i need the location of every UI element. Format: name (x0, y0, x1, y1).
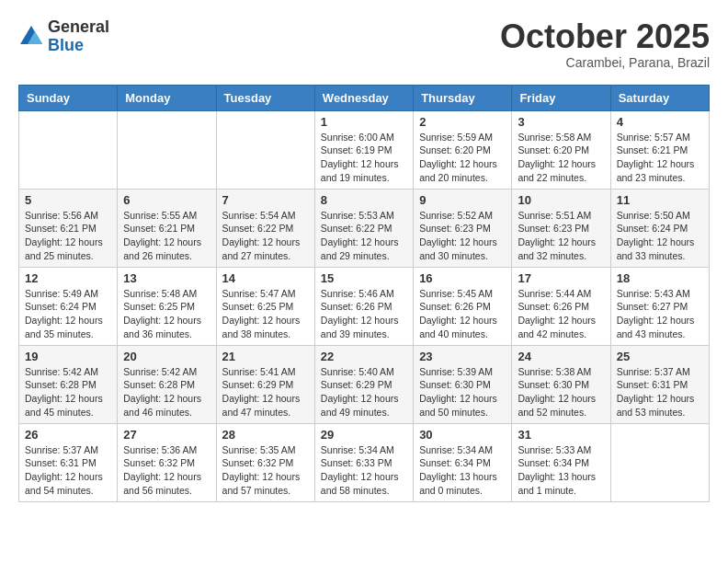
day-number: 24 (518, 350, 604, 363)
calendar-cell: 7Sunrise: 5:54 AM Sunset: 6:22 PM Daylig… (216, 189, 314, 267)
day-info: Sunrise: 5:59 AM Sunset: 6:20 PM Dayligh… (419, 131, 506, 185)
day-info: Sunrise: 5:41 AM Sunset: 6:29 PM Dayligh… (222, 365, 309, 419)
location: Carambei, Parana, Brazil (500, 55, 710, 70)
day-info: Sunrise: 5:54 AM Sunset: 6:22 PM Dayligh… (222, 209, 309, 263)
day-info: Sunrise: 5:40 AM Sunset: 6:29 PM Dayligh… (321, 365, 407, 419)
day-info: Sunrise: 5:51 AM Sunset: 6:23 PM Dayligh… (518, 209, 604, 263)
week-row: 26Sunrise: 5:37 AM Sunset: 6:31 PM Dayli… (19, 423, 710, 501)
day-number: 3 (518, 115, 604, 129)
day-info: Sunrise: 5:34 AM Sunset: 6:33 PM Dayligh… (321, 443, 407, 498)
weekday-header: Monday (118, 85, 216, 110)
weekday-header: Tuesday (216, 85, 314, 110)
day-number: 17 (518, 271, 604, 285)
calendar-cell: 23Sunrise: 5:39 AM Sunset: 6:30 PM Dayli… (414, 345, 512, 423)
week-row: 12Sunrise: 5:49 AM Sunset: 6:24 PM Dayli… (19, 267, 710, 345)
day-number: 13 (123, 271, 210, 285)
weekday-header: Wednesday (314, 85, 413, 110)
day-info: Sunrise: 5:57 AM Sunset: 6:21 PM Dayligh… (617, 131, 703, 185)
calendar-cell: 16Sunrise: 5:45 AM Sunset: 6:26 PM Dayli… (414, 267, 512, 345)
calendar-cell: 1Sunrise: 6:00 AM Sunset: 6:19 PM Daylig… (314, 110, 413, 189)
calendar-cell: 13Sunrise: 5:48 AM Sunset: 6:25 PM Dayli… (118, 267, 216, 345)
day-number: 21 (222, 350, 309, 363)
calendar-cell: 8Sunrise: 5:53 AM Sunset: 6:22 PM Daylig… (314, 189, 413, 267)
day-info: Sunrise: 5:48 AM Sunset: 6:25 PM Dayligh… (123, 287, 210, 341)
day-number: 15 (321, 271, 407, 285)
page-header: General Blue October 2025 Carambei, Para… (18, 18, 710, 70)
day-number: 8 (321, 193, 407, 207)
day-number: 10 (518, 193, 604, 207)
weekday-header: Thursday (414, 85, 512, 110)
day-info: Sunrise: 5:56 AM Sunset: 6:21 PM Dayligh… (25, 209, 111, 263)
day-number: 27 (123, 428, 210, 442)
title-block: October 2025 Carambei, Parana, Brazil (500, 18, 710, 70)
calendar-cell (19, 110, 118, 189)
day-number: 16 (419, 271, 506, 285)
day-number: 6 (123, 193, 210, 207)
logo-blue: Blue (48, 36, 84, 54)
calendar-cell: 9Sunrise: 5:52 AM Sunset: 6:23 PM Daylig… (414, 189, 512, 267)
day-info: Sunrise: 5:58 AM Sunset: 6:20 PM Dayligh… (518, 131, 604, 185)
month-title: October 2025 (500, 18, 710, 55)
weekday-header: Sunday (19, 85, 118, 110)
day-info: Sunrise: 5:36 AM Sunset: 6:32 PM Dayligh… (123, 443, 210, 498)
calendar-cell: 20Sunrise: 5:42 AM Sunset: 6:28 PM Dayli… (118, 345, 216, 423)
day-info: Sunrise: 5:42 AM Sunset: 6:28 PM Dayligh… (123, 365, 210, 419)
week-row: 5Sunrise: 5:56 AM Sunset: 6:21 PM Daylig… (19, 189, 710, 267)
day-number: 26 (25, 428, 111, 442)
day-info: Sunrise: 5:33 AM Sunset: 6:34 PM Dayligh… (518, 443, 604, 498)
day-number: 31 (518, 428, 604, 442)
calendar-cell: 31Sunrise: 5:33 AM Sunset: 6:34 PM Dayli… (512, 423, 610, 501)
day-number: 9 (419, 193, 506, 207)
day-number: 23 (419, 350, 506, 363)
day-info: Sunrise: 5:45 AM Sunset: 6:26 PM Dayligh… (419, 287, 506, 341)
day-info: Sunrise: 5:42 AM Sunset: 6:28 PM Dayligh… (25, 365, 111, 419)
day-number: 22 (321, 350, 407, 363)
weekday-header: Friday (512, 85, 610, 110)
day-number: 1 (321, 115, 407, 129)
day-info: Sunrise: 5:38 AM Sunset: 6:30 PM Dayligh… (518, 365, 604, 419)
calendar-cell: 17Sunrise: 5:44 AM Sunset: 6:26 PM Dayli… (512, 267, 610, 345)
day-info: Sunrise: 5:39 AM Sunset: 6:30 PM Dayligh… (419, 365, 506, 419)
logo: General Blue (18, 18, 109, 55)
day-info: Sunrise: 5:35 AM Sunset: 6:32 PM Dayligh… (222, 443, 309, 498)
day-number: 28 (222, 428, 309, 442)
logo-text: General Blue (48, 18, 109, 55)
day-info: Sunrise: 5:55 AM Sunset: 6:21 PM Dayligh… (123, 209, 210, 263)
calendar-cell: 30Sunrise: 5:34 AM Sunset: 6:34 PM Dayli… (414, 423, 512, 501)
calendar-cell: 4Sunrise: 5:57 AM Sunset: 6:21 PM Daylig… (610, 110, 709, 189)
calendar-cell: 11Sunrise: 5:50 AM Sunset: 6:24 PM Dayli… (610, 189, 709, 267)
day-info: Sunrise: 5:34 AM Sunset: 6:34 PM Dayligh… (419, 443, 506, 498)
calendar-cell (610, 423, 709, 501)
day-number: 18 (617, 271, 703, 285)
calendar-cell: 15Sunrise: 5:46 AM Sunset: 6:26 PM Dayli… (314, 267, 413, 345)
day-info: Sunrise: 5:37 AM Sunset: 6:31 PM Dayligh… (617, 365, 703, 419)
day-number: 14 (222, 271, 309, 285)
calendar-cell: 3Sunrise: 5:58 AM Sunset: 6:20 PM Daylig… (512, 110, 610, 189)
day-number: 20 (123, 350, 210, 363)
calendar-cell: 29Sunrise: 5:34 AM Sunset: 6:33 PM Dayli… (314, 423, 413, 501)
calendar-cell: 14Sunrise: 5:47 AM Sunset: 6:25 PM Dayli… (216, 267, 314, 345)
calendar-cell: 12Sunrise: 5:49 AM Sunset: 6:24 PM Dayli… (19, 267, 118, 345)
calendar-cell: 10Sunrise: 5:51 AM Sunset: 6:23 PM Dayli… (512, 189, 610, 267)
day-info: Sunrise: 5:47 AM Sunset: 6:25 PM Dayligh… (222, 287, 309, 341)
calendar-cell: 6Sunrise: 5:55 AM Sunset: 6:21 PM Daylig… (118, 189, 216, 267)
calendar-table: SundayMondayTuesdayWednesdayThursdayFrid… (18, 85, 710, 502)
calendar-cell: 18Sunrise: 5:43 AM Sunset: 6:27 PM Dayli… (610, 267, 709, 345)
day-info: Sunrise: 5:52 AM Sunset: 6:23 PM Dayligh… (419, 209, 506, 263)
day-number: 5 (25, 193, 111, 207)
calendar-cell: 2Sunrise: 5:59 AM Sunset: 6:20 PM Daylig… (414, 110, 512, 189)
day-info: Sunrise: 5:50 AM Sunset: 6:24 PM Dayligh… (617, 209, 703, 263)
calendar-cell (118, 110, 216, 189)
day-number: 4 (617, 115, 703, 129)
calendar-cell (216, 110, 314, 189)
calendar-cell: 22Sunrise: 5:40 AM Sunset: 6:29 PM Dayli… (314, 345, 413, 423)
calendar-cell: 25Sunrise: 5:37 AM Sunset: 6:31 PM Dayli… (610, 345, 709, 423)
weekday-header-row: SundayMondayTuesdayWednesdayThursdayFrid… (19, 85, 710, 110)
day-number: 30 (419, 428, 506, 442)
day-info: Sunrise: 5:37 AM Sunset: 6:31 PM Dayligh… (25, 443, 111, 498)
day-number: 7 (222, 193, 309, 207)
calendar-cell: 28Sunrise: 5:35 AM Sunset: 6:32 PM Dayli… (216, 423, 314, 501)
day-number: 19 (25, 350, 111, 363)
day-info: Sunrise: 6:00 AM Sunset: 6:19 PM Dayligh… (321, 131, 407, 185)
day-number: 12 (25, 271, 111, 285)
